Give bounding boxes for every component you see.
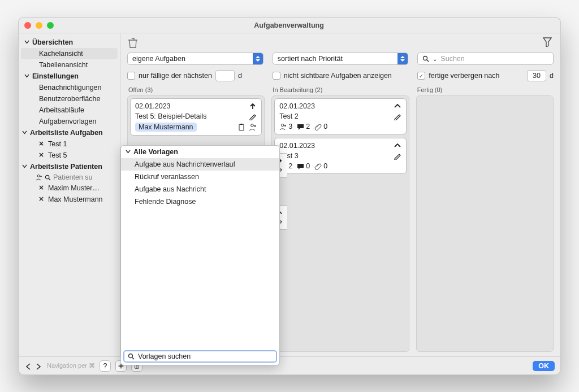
sidebar-patient-search[interactable]: Patienten su [19, 172, 120, 182]
popup-item[interactable]: Aufgabe aus Nachrichtenverlauf [121, 158, 279, 171]
updown-icon [397, 53, 408, 64]
title-bar: Aufgabenverwaltung [19, 18, 560, 33]
pencil-icon[interactable] [394, 152, 401, 160]
popup-search-placeholder: Vorlagen suchen [138, 352, 191, 360]
sidebar-item-table[interactable]: Tabellenansicht [21, 59, 118, 71]
clipboard-icon[interactable] [237, 123, 245, 131]
sidebar: Übersichten Kachelansicht Tabellenansich… [19, 33, 120, 356]
column-body[interactable]: 02.01.2023 Test 2 3 2 0 [271, 95, 409, 352]
close-icon[interactable] [39, 151, 45, 159]
task-search-input[interactable]: ⌄ Suchen [417, 53, 554, 65]
window-controls [24, 22, 54, 29]
updown-icon [253, 53, 263, 64]
nav-back-button[interactable] [24, 362, 32, 370]
attachment-icon [314, 163, 322, 170]
chevron-down-icon [22, 129, 28, 137]
filter-button[interactable] [542, 37, 554, 48]
pencil-icon[interactable] [394, 112, 401, 120]
column-header: Fertig (0) [417, 86, 554, 93]
chevron-down-icon [24, 72, 30, 80]
filter-row: eigene Aufgaben nur fällige der nächsten… [120, 49, 560, 84]
sidebar-section-tasks[interactable]: Arbeitsliste Aufgaben [19, 127, 120, 138]
column-header: Offen (3) [128, 86, 265, 93]
due-days-input[interactable] [215, 70, 235, 81]
card-date: 02.01.2023 [135, 102, 245, 110]
card-assignee[interactable]: Max Mustermann [135, 123, 197, 132]
show-hidden-checkbox[interactable] [273, 72, 280, 80]
priority-up-icon [249, 102, 257, 110]
templates-popup: Alle Vorlagen Aufgabe aus Nachrichtenver… [120, 145, 280, 365]
popup-search-input[interactable]: Vorlagen suchen [123, 350, 277, 363]
nav-arrows [24, 362, 42, 370]
column-in-progress: In Bearbeitung (2) 02.01.2023 Test 2 [271, 86, 409, 352]
card-title: Test 2 [279, 112, 390, 120]
card-meta: 2 0 0 [279, 162, 401, 170]
person-plus-icon [36, 174, 42, 181]
priority-up-green-icon [394, 102, 401, 110]
search-icon [422, 55, 429, 62]
nav-hint: Navigation per ⌘ [47, 362, 95, 369]
sidebar-item-test5[interactable]: Test 5 [21, 150, 118, 161]
column-body[interactable] [416, 95, 554, 352]
card-meta: 3 2 0 [279, 123, 401, 130]
unit-label: d [550, 72, 554, 80]
patient-search-placeholder: Patienten su [53, 173, 114, 181]
sort-select[interactable]: sortiert nach Priorität [273, 53, 409, 65]
hide-done-checkbox[interactable] [417, 72, 425, 80]
sidebar-item-patient1[interactable]: Maxim Muster… [21, 182, 118, 194]
card-title: Test 3 [279, 152, 390, 160]
column-header: In Bearbeitung (2) [273, 86, 409, 93]
window-title: Aufgabenverwaltung [54, 21, 524, 29]
ok-button[interactable]: OK [533, 361, 555, 371]
close-icon[interactable] [39, 195, 45, 203]
nav-forward-button[interactable] [34, 362, 42, 370]
delete-button[interactable] [127, 37, 140, 49]
minimize-window-button[interactable] [36, 22, 42, 29]
chevron-down-icon [24, 38, 30, 46]
sidebar-item-tiles[interactable]: Kachelansicht [21, 48, 118, 59]
sidebar-section-label: Übersichten [32, 38, 73, 46]
due-only-label: nur fällige der nächsten [139, 72, 212, 80]
hide-done-label: fertige verbergen nach [429, 72, 499, 80]
priority-up-green-icon [394, 142, 401, 150]
person-plus-icon[interactable] [249, 123, 257, 131]
zoom-window-button[interactable] [47, 22, 54, 29]
attachment-icon [314, 123, 322, 130]
close-window-button[interactable] [24, 22, 31, 29]
pencil-icon[interactable] [249, 112, 257, 120]
help-button[interactable]: ? [100, 360, 111, 372]
chevron-down-icon [22, 163, 28, 171]
column-done: Fertig (0) [416, 86, 554, 352]
due-only-checkbox[interactable] [127, 72, 135, 80]
person-icon [279, 123, 287, 130]
popup-item[interactable]: Rückruf veranlassen [121, 171, 279, 183]
scope-select[interactable]: eigene Aufgaben [127, 53, 263, 65]
sidebar-section-label: Arbeitsliste Aufgaben [30, 129, 103, 137]
sidebar-item-notifications[interactable]: Benachrichtigungen [21, 82, 118, 93]
close-icon[interactable] [39, 140, 45, 148]
sidebar-item-patient2[interactable]: Max Mustermann [21, 194, 118, 205]
sidebar-section-patients[interactable]: Arbeitsliste Patienten [19, 161, 120, 172]
card-title: Test 5: Beispiel-Details [135, 112, 245, 120]
sidebar-section-overview[interactable]: Übersichten [19, 37, 120, 48]
popup-item[interactable]: Aufgabe aus Nachricht [121, 183, 279, 195]
sidebar-item-ui[interactable]: Benutzeroberfläche [21, 93, 118, 104]
app-window: Aufgabenverwaltung Übersichten Kachelans… [18, 17, 561, 375]
search-icon [128, 353, 135, 360]
sidebar-section-settings[interactable]: Einstellungen [19, 71, 120, 82]
sidebar-item-test1[interactable]: Test 1 [21, 138, 118, 150]
show-hidden-label: nicht sichtbare Aufgaben anzeigen [284, 72, 392, 80]
task-card[interactable]: 02.01.2023 Test 2 3 2 0 [274, 98, 406, 134]
sidebar-item-workflows[interactable]: Arbeitsabläufe [21, 104, 118, 116]
card-date: 02.01.2023 [279, 102, 390, 110]
popup-header[interactable]: Alle Vorlagen [121, 146, 279, 158]
search-icon [45, 175, 51, 181]
sidebar-item-templates[interactable]: Aufgabenvorlagen [21, 116, 118, 127]
hide-done-days-input[interactable]: 30 [527, 70, 546, 81]
task-card[interactable]: 02.01.2023 Test 3 2 0 0 [274, 138, 406, 174]
card-date: 02.01.2023 [279, 142, 390, 150]
task-card[interactable]: 02.01.2023 Test 5: Beispiel-Details Max … [130, 98, 262, 136]
chevron-down-icon [126, 148, 131, 156]
close-icon[interactable] [39, 184, 45, 192]
popup-item[interactable]: Fehlende Diagnose [121, 195, 279, 208]
